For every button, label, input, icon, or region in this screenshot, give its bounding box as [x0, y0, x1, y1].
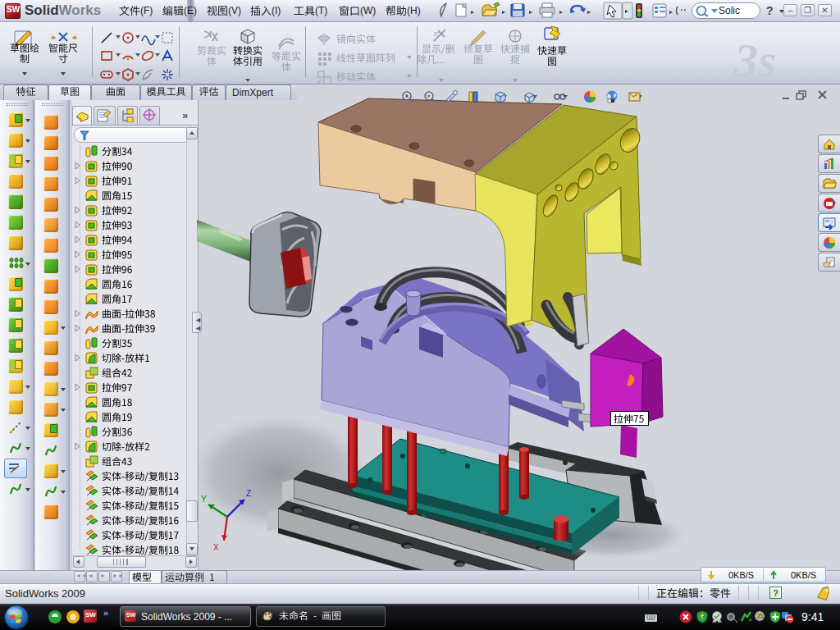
svg-text:Z: Z: [246, 489, 251, 498]
svg-text:Y: Y: [201, 495, 207, 504]
svg-text:X: X: [213, 543, 219, 552]
svg-text:!: !: [760, 614, 760, 619]
